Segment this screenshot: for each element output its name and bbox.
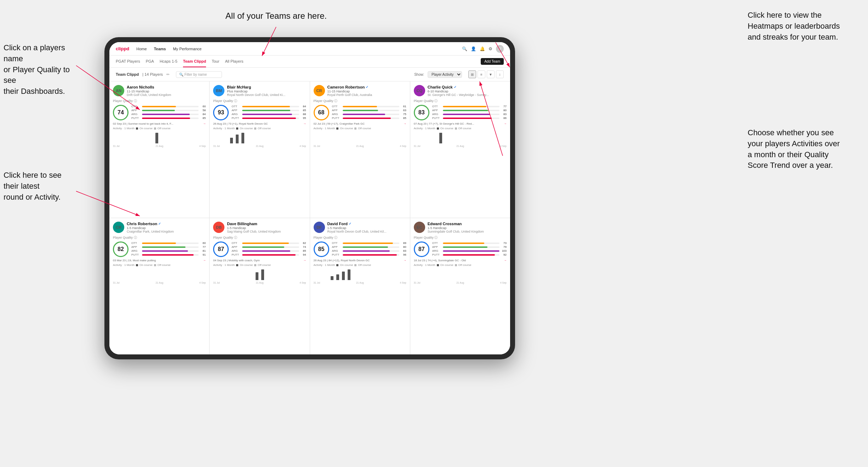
chart-date: 31 Jul: [414, 145, 421, 147]
latest-round[interactable]: 26 Aug 23 | 84 (+12), Royal North Devon …: [314, 259, 406, 262]
nav-home[interactable]: Home: [136, 47, 147, 51]
player-avatar: BM: [213, 85, 224, 96]
bell-icon[interactable]: 🔔: [480, 46, 485, 51]
chart-date: 31 Jul: [414, 281, 421, 284]
on-course-legend: On course: [240, 127, 253, 130]
stats-table: OTT 82 APP 74 ARG 85 PUTT 9: [232, 241, 306, 257]
player-info: Chris Robertson ✓ 1-5 Handicap Craigmill…: [127, 222, 206, 233]
settings-icon[interactable]: ⚙: [489, 46, 492, 51]
stat-bar: [343, 243, 393, 244]
player-card[interactable]: DF David Ford ✓ 1-5 Handicap Royal North…: [310, 218, 410, 354]
list-view-icon[interactable]: ≡: [478, 70, 485, 78]
avatar[interactable]: U: [496, 45, 504, 53]
add-team-button[interactable]: Add Team: [481, 58, 504, 65]
player-header: CR Cameron Robertson ✓ 11-15 Handicap Ro…: [314, 85, 406, 97]
player-header: EC Edward Crossman 1-5 Handicap Sunningd…: [414, 222, 507, 233]
edit-icon[interactable]: ✏: [166, 72, 170, 77]
show-select[interactable]: Player Activity: [428, 71, 462, 78]
player-card[interactable]: CR Chris Robertson ✓ 1-5 Handicap Craigm…: [109, 218, 209, 354]
stat-row-app: APP 80: [332, 245, 406, 249]
latest-round[interactable]: 02 Sep 23 | Sunrise round to get back in…: [113, 122, 206, 125]
stat-bar-wrap: [343, 110, 399, 111]
round-text: 26 Aug 23 | 73 (+1), Royal North Devon G…: [213, 122, 268, 125]
stat-bar: [142, 254, 194, 256]
stat-row-putt: PUTT 95: [232, 116, 306, 120]
stat-value: 77: [501, 105, 507, 108]
sub-nav-tour[interactable]: Tour: [212, 56, 219, 67]
stat-bar: [443, 254, 495, 256]
player-name[interactable]: Blair McHarg: [227, 85, 306, 89]
player-name[interactable]: Dave Billingham: [227, 222, 306, 226]
search-icon[interactable]: 🔍: [462, 46, 467, 51]
chart-date: 4 Sep: [199, 281, 206, 284]
sub-nav: PGAT Players PGA Hcaps 1-5 Team Clippd T…: [109, 56, 510, 68]
quality-score[interactable]: 87: [213, 241, 229, 257]
player-card[interactable]: BM Blair McHarg Plus Handicap Royal Nort…: [210, 81, 309, 218]
quality-score[interactable]: 87: [414, 241, 429, 257]
player-card[interactable]: AN Aaron Nicholls 11-15 Handicap Drift G…: [109, 81, 209, 218]
player-card[interactable]: DB Dave Billingham 1-5 Handicap Sag Main…: [210, 218, 309, 354]
sub-nav-pgat[interactable]: PGAT Players: [116, 56, 140, 67]
stat-label: APP: [332, 109, 341, 112]
chart-date: 21 Aug: [456, 281, 464, 284]
quality-section: 68 OTT 61 APP 63 ARG 75 PUTT: [314, 105, 406, 120]
stat-value: 85: [301, 249, 306, 252]
stat-value: 86: [501, 116, 507, 120]
quality-score[interactable]: 85: [314, 241, 329, 257]
player-name[interactable]: Charlie Quick ✓: [428, 85, 507, 89]
nav-teams[interactable]: Teams: [154, 47, 166, 51]
player-card[interactable]: EC Edward Crossman 1-5 Handicap Sunningd…: [410, 218, 510, 354]
player-name[interactable]: Edward Crossman: [428, 222, 507, 226]
player-avatar: EC: [414, 222, 425, 233]
sub-nav-all-players[interactable]: All Players: [225, 56, 244, 67]
sub-nav-pga[interactable]: PGA: [146, 56, 154, 67]
quality-score[interactable]: 83: [414, 105, 429, 120]
quality-score[interactable]: 82: [113, 241, 129, 257]
latest-round[interactable]: 04 Sep 23 | Mobility with coach, Gym →: [213, 259, 306, 262]
player-name[interactable]: Aaron Nicholls: [127, 85, 206, 89]
activity-label: Activity · 1 Month On course Off course: [414, 263, 507, 267]
filter-icon[interactable]: ▼: [487, 70, 495, 78]
stat-value: 60: [200, 241, 206, 245]
chart-date: 21 Aug: [456, 145, 464, 147]
quality-score[interactable]: 74: [113, 105, 129, 120]
player-card[interactable]: CR Cameron Robertson ✓ 11-15 Handicap Ro…: [310, 81, 410, 218]
nav-right: 🔍 👤 🔔 ⚙ U: [462, 45, 504, 53]
stat-bar-wrap: [343, 254, 399, 256]
annotation-left-1: Click on a players nameor Player Quality…: [4, 42, 74, 97]
latest-round[interactable]: 07 Aug 23 | 77 (+7), St George's Hill GC…: [414, 122, 507, 125]
player-name[interactable]: Chris Robertson ✓: [127, 222, 206, 226]
latest-round[interactable]: 03 Mar 23 | 19, Must make putting →: [113, 259, 206, 262]
player-club: Royal North Devon Golf Club, United Ki..…: [227, 93, 306, 97]
nav-my-performance[interactable]: My Performance: [173, 47, 202, 51]
stat-label: ARG: [332, 249, 341, 252]
stat-bar-wrap: [443, 118, 499, 119]
search-input[interactable]: 🔍 Filter by name: [176, 71, 222, 78]
off-course-dot: [455, 264, 457, 266]
player-hcp: 11-15 Handicap: [327, 90, 406, 93]
latest-round[interactable]: 26 Aug 23 | 73 (+1), Royal North Devon G…: [213, 122, 306, 125]
quality-label: Player Quality ⓘ: [113, 99, 206, 103]
off-course-legend: Off course: [258, 263, 271, 267]
annotation-top: All of your Teams are here.: [219, 10, 333, 22]
quality-score[interactable]: 93: [213, 105, 229, 120]
quality-score[interactable]: 68: [314, 105, 329, 120]
player-card[interactable]: CQ Charlie Quick ✓ 6-10 Handicap St. Geo…: [410, 81, 510, 218]
chart-date: 4 Sep: [500, 145, 507, 147]
stat-row-ott: OTT 89: [332, 241, 406, 245]
round-arrow: →: [303, 259, 306, 262]
stat-bar-wrap: [443, 250, 499, 252]
player-name[interactable]: David Ford ✓: [327, 222, 406, 226]
user-icon[interactable]: 👤: [471, 46, 476, 51]
sort-icon[interactable]: ↕: [496, 70, 504, 78]
latest-round[interactable]: 18 Jul 23 | 74 (+4), Sunningdale GC - Ol…: [414, 259, 507, 262]
player-info: Charlie Quick ✓ 6-10 Handicap St. George…: [428, 85, 507, 97]
stat-value: 91: [200, 253, 206, 256]
stat-row-putt: PUTT 85: [332, 116, 406, 120]
sub-nav-hcaps[interactable]: Hcaps 1-5: [160, 56, 177, 67]
player-name[interactable]: Cameron Robertson ✓: [327, 85, 406, 89]
player-hcp: 1-5 Handicap: [127, 226, 206, 230]
grid-view-icon[interactable]: ⊞: [468, 70, 476, 78]
latest-round[interactable]: 02 Jul 23 | 59 (+17), Craigmillar Park G…: [314, 122, 406, 125]
sub-nav-team-clippd[interactable]: Team Clippd: [183, 56, 206, 67]
